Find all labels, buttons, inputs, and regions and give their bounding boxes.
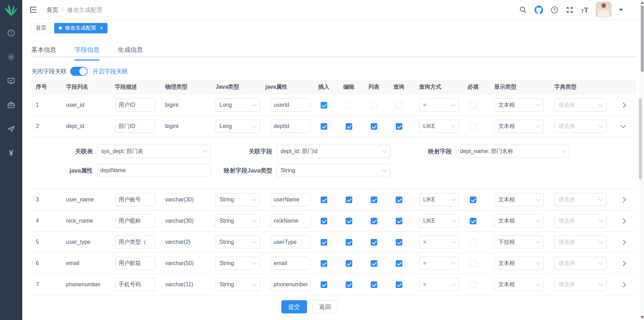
briefcase-icon[interactable] [4,98,18,112]
query-checkbox[interactable] [396,197,402,203]
edit-checkbox[interactable] [346,239,352,246]
required-checkbox[interactable] [470,239,476,246]
relation-field-select[interactable]: dept_id: 部门id [276,145,390,158]
tab-field-info[interactable]: 字段信息 [74,44,99,56]
java-field-input[interactable] [271,235,311,249]
query-checkbox[interactable] [396,218,402,224]
edit-checkbox[interactable] [346,281,352,288]
desc-input[interactable] [115,214,155,227]
tag-home[interactable]: 首页 [31,23,51,33]
tab-basic-info[interactable]: 基本信息 [31,44,56,56]
user-menu-caret-icon[interactable] [619,9,623,11]
desc-input[interactable] [115,235,155,249]
java-type-select[interactable]: Long [215,98,260,112]
query-checkbox[interactable] [396,239,402,246]
font-size-icon[interactable]: TT [581,6,588,14]
github-icon[interactable] [534,6,543,14]
required-checkbox[interactable] [470,260,476,267]
expand-row-icon[interactable] [620,239,626,245]
dict-type-select[interactable]: 请选择 [554,257,606,270]
query-checkbox[interactable] [396,281,402,288]
required-checkbox[interactable] [470,281,476,288]
java-type-select[interactable]: String [215,214,260,227]
edit-checkbox[interactable] [346,218,352,224]
dict-type-select[interactable]: 请选择 [554,235,606,249]
monitor-check-icon[interactable] [4,74,18,88]
query-mode-select[interactable]: LIKE [419,120,459,133]
submit-button[interactable]: 提交 [281,300,307,313]
java-field-input[interactable] [271,193,311,206]
scrollbar-up-arrow[interactable] [641,1,644,4]
relation-toggle-switch[interactable] [70,67,88,76]
java-type-select[interactable]: String [215,278,260,291]
edit-checkbox[interactable] [346,123,352,130]
desc-input[interactable] [115,278,155,291]
insert-checkbox[interactable] [321,281,327,288]
display-type-select[interactable]: 下拉框 [494,235,544,249]
expand-row-icon[interactable] [620,261,626,266]
dict-type-select[interactable]: 请选择 [554,193,606,206]
send-plane-icon[interactable] [4,122,18,136]
desc-input[interactable] [115,193,155,206]
table-scrollbar-thumb[interactable] [639,98,642,179]
required-checkbox[interactable] [470,102,476,109]
edit-checkbox[interactable] [346,260,352,267]
app-logo-plant-icon[interactable] [3,3,19,18]
dict-type-select[interactable]: 请选择 [554,278,606,291]
tag-current-page[interactable]: 修改生成配置 × [54,23,107,33]
display-type-select[interactable]: 文本框 [494,214,544,227]
search-icon[interactable] [519,6,527,14]
fullscreen-icon[interactable] [566,6,574,14]
query-checkbox[interactable] [396,102,402,109]
display-type-select[interactable]: 文本框 [494,257,544,270]
list-checkbox[interactable] [371,102,377,109]
dict-type-select[interactable]: 请选择 [554,214,606,227]
scrollbar-down-arrow[interactable] [641,316,644,319]
dashboard-icon[interactable] [4,26,18,40]
display-type-select[interactable]: 文本框 [494,120,544,133]
insert-checkbox[interactable] [321,260,327,267]
dict-type-select[interactable]: 请选择 [554,120,606,133]
insert-checkbox[interactable] [321,218,327,224]
sidebar-collapse-icon[interactable] [29,6,38,14]
expand-row-icon[interactable] [620,102,626,108]
java-type-select[interactable]: String [215,257,260,270]
breadcrumb-home[interactable]: 首页 [47,6,58,14]
dict-type-select[interactable]: 请选择 [554,98,606,112]
desc-input[interactable] [115,98,155,112]
java-field-input[interactable] [271,257,311,270]
java-field-input[interactable] [271,214,311,227]
query-mode-select[interactable]: LIKE [419,193,459,206]
query-checkbox[interactable] [396,123,402,130]
tab-generate-info[interactable]: 生成信息 [118,44,143,56]
java-field-input[interactable] [271,278,311,291]
insert-checkbox[interactable] [321,197,327,203]
insert-checkbox[interactable] [321,123,327,130]
help-icon[interactable]: ? [550,6,558,14]
insert-checkbox[interactable] [321,102,327,109]
edit-checkbox[interactable] [346,197,352,203]
query-checkbox[interactable] [396,260,402,267]
required-checkbox[interactable] [470,218,476,224]
user-avatar[interactable] [596,2,612,18]
java-type-select[interactable]: String [215,235,260,249]
display-type-select[interactable]: 文本框 [494,98,544,112]
query-mode-select[interactable]: = [419,235,459,249]
relation-toggle-on-link[interactable]: 开启字段关联 [92,67,128,75]
list-checkbox[interactable] [371,197,377,203]
edit-checkbox[interactable] [346,102,352,109]
currency-yen-icon[interactable]: ¥ [4,146,18,160]
mapping-java-type-select[interactable]: String [276,164,390,177]
java-attr-input[interactable] [97,164,211,177]
page-scrollbar-thumb[interactable] [641,6,644,72]
list-checkbox[interactable] [371,281,377,288]
mapping-field-select[interactable]: dept_name: 部门名称 [456,145,570,158]
settings-gear-icon[interactable] [4,50,18,64]
query-mode-select[interactable]: = [419,257,459,270]
back-button[interactable]: 返回 [313,300,338,313]
tag-close-icon[interactable]: × [100,25,103,31]
relation-table-select[interactable]: sys_dept: 部门表 [97,145,211,158]
query-mode-select[interactable]: LIKE [419,214,459,227]
expand-row-icon[interactable] [620,122,626,128]
java-field-input[interactable] [271,120,311,133]
